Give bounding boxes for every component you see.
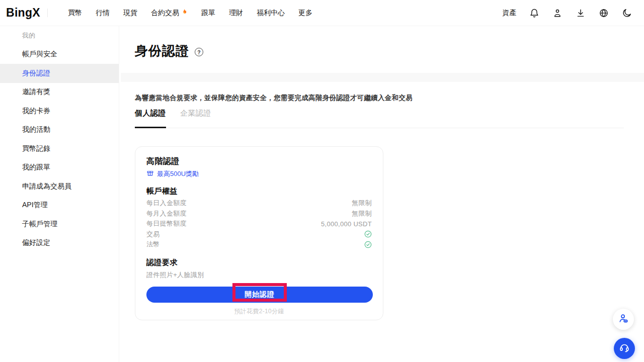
sidebar-item-preferences[interactable]: 偏好設定	[0, 234, 119, 253]
compliance-description: 為響應當地合規要求，並保障您的資產安全，您需要完成高階身份認證才可繼續入金和交易	[135, 94, 413, 103]
benefit-row: 每月入金額度 無限制	[146, 209, 372, 219]
gift-icon	[146, 169, 154, 179]
notification-bell-icon[interactable]	[529, 8, 539, 18]
reward-text: 最高500U獎勵	[157, 169, 199, 178]
nav-buy-crypto[interactable]: 買幣	[68, 9, 82, 18]
sidebar-section-my: 我的	[0, 26, 119, 45]
assets-menu[interactable]: 資產	[502, 9, 516, 18]
sidebar-item-my-activities[interactable]: 我的活動	[0, 121, 119, 140]
verification-tabs: 個人認證 企業認證	[135, 109, 624, 128]
invite-person-link-icon	[618, 313, 629, 326]
nav-spot[interactable]: 現貨	[123, 9, 137, 18]
estimate-text: 預計花費2-10分鐘	[146, 307, 372, 316]
benefits-title: 帳戶權益	[146, 186, 372, 196]
page-title-row: 身份認證 ?	[135, 42, 203, 60]
check-circle-icon	[364, 241, 372, 248]
language-globe-icon[interactable]	[599, 8, 609, 18]
nav-rewards-hub[interactable]: 福利中心	[257, 9, 285, 18]
reward-link[interactable]: 最高500U獎勵	[146, 169, 372, 178]
sidebar-item-my-coupons[interactable]: 我的卡券	[0, 102, 119, 121]
help-icon[interactable]: ?	[195, 48, 203, 56]
requirements-text: 證件照片+人臉識別	[146, 270, 372, 280]
sidebar-item-subaccount-management[interactable]: 子帳戶管理	[0, 215, 119, 234]
nav-wealth[interactable]: 理財	[229, 9, 243, 18]
nav-more[interactable]: 更多	[298, 9, 312, 18]
main-nav: 買幣 行情 現貨 合約交易 跟單 理財 福利中心 更多	[68, 9, 312, 18]
start-verification-button[interactable]: 開始認證	[146, 287, 373, 303]
download-app-icon[interactable]	[576, 8, 586, 18]
nav-markets[interactable]: 行情	[96, 9, 110, 18]
sidebar-item-referral[interactable]: 邀請有獎	[0, 83, 119, 102]
benefit-row: 每日入金額度 無限制	[146, 198, 372, 209]
dark-mode-moon-icon[interactable]	[622, 8, 632, 18]
sidebar-item-buy-crypto-history[interactable]: 買幣記錄	[0, 139, 119, 158]
card-title: 高階認證	[146, 156, 372, 167]
sidebar-item-api-management[interactable]: API管理	[0, 196, 119, 215]
account-person-icon[interactable]	[552, 8, 562, 18]
bingx-logo[interactable]: BingX	[6, 6, 40, 20]
flame-icon	[181, 9, 188, 17]
benefits-list: 每日入金額度 無限制 每月入金額度 無限制 每日提幣額度 5,000,000 U…	[146, 198, 372, 250]
customer-support-button[interactable]	[614, 338, 635, 359]
invite-friend-button[interactable]	[613, 309, 634, 330]
header-right-group: 資產	[502, 8, 632, 18]
sidebar-item-my-copy-trading[interactable]: 我的跟單	[0, 158, 119, 177]
tab-personal-verification[interactable]: 個人認證	[135, 109, 166, 128]
headset-icon	[619, 342, 630, 355]
active-row-band	[121, 73, 644, 82]
advanced-verification-card: 高階認證 最高500U獎勵 帳戶權益 每日入金額度 無限制 每月入金額度 無限制…	[135, 146, 383, 320]
requirements-title: 認證要求	[146, 257, 372, 267]
nav-copy-trading[interactable]: 跟單	[201, 9, 215, 18]
logo-divider	[47, 9, 48, 17]
account-sidebar: 我的 帳戶與安全 身份認證 邀請有獎 我的卡券 我的活動 買幣記錄 我的跟單 申…	[0, 26, 119, 362]
sidebar-item-identity-verification[interactable]: 身份認證	[0, 64, 119, 83]
nav-futures[interactable]: 合約交易	[151, 9, 188, 18]
benefit-row: 每日提幣額度 5,000,000 USDT	[146, 219, 372, 229]
benefit-row: 交易	[146, 229, 372, 240]
benefit-row: 法幣	[146, 239, 372, 250]
top-navbar: BingX 買幣 行情 現貨 合約交易 跟單 理財 福利中心 更多 資產	[0, 0, 644, 26]
tab-enterprise-verification[interactable]: 企業認證	[180, 109, 211, 128]
sidebar-item-apply-trader[interactable]: 申請成為交易員	[0, 177, 119, 196]
check-circle-icon	[364, 230, 372, 238]
page-title: 身份認證	[135, 42, 189, 60]
sidebar-item-account-security[interactable]: 帳戶與安全	[0, 45, 119, 64]
